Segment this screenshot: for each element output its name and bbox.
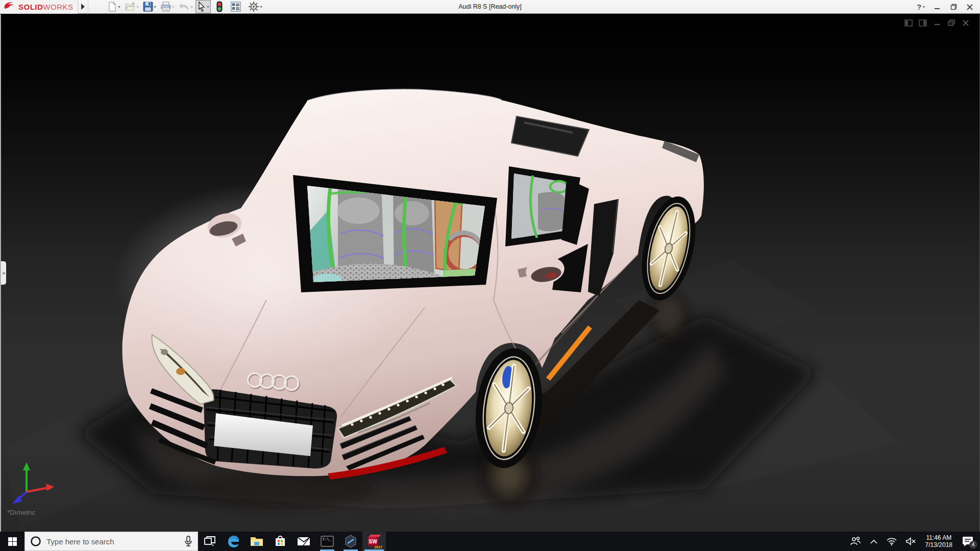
edge-icon bbox=[227, 535, 240, 548]
graphics-viewport[interactable]: *Dimetric bbox=[0, 14, 980, 532]
new-document-button[interactable]: ▾ bbox=[106, 0, 122, 13]
system-tray: 11:46 AM 7/13/2018 4 bbox=[845, 532, 980, 551]
undo-button[interactable]: ▾ bbox=[177, 1, 194, 13]
menu-flyout-arrow[interactable] bbox=[78, 0, 88, 14]
save-caret[interactable]: ▾ bbox=[154, 5, 156, 9]
open-button[interactable]: ▾ bbox=[123, 0, 140, 13]
hexagon-app-icon bbox=[344, 535, 357, 548]
select-tool-button[interactable]: ▾ bbox=[195, 0, 211, 13]
search-input[interactable] bbox=[46, 537, 179, 546]
3d-model-audi-r8 bbox=[1, 14, 980, 532]
close-button[interactable] bbox=[963, 1, 977, 13]
command-prompt-button[interactable]: C:\_ bbox=[315, 532, 339, 551]
select-tool-caret[interactable]: ▾ bbox=[207, 5, 209, 9]
print-button[interactable]: ▾ bbox=[159, 0, 176, 13]
help-button[interactable]: ?▾ bbox=[914, 1, 928, 13]
command-prompt-icon: C:\_ bbox=[321, 536, 334, 547]
wifi-icon bbox=[887, 537, 897, 545]
task-view-icon bbox=[204, 536, 215, 546]
clock-time: 11:46 AM bbox=[925, 534, 952, 541]
file-explorer-button[interactable] bbox=[245, 532, 268, 551]
windows-logo-icon bbox=[8, 537, 17, 546]
network-button[interactable] bbox=[882, 532, 901, 551]
mail-button[interactable] bbox=[292, 532, 315, 551]
windows-taskbar: C:\_ SW 2017 bbox=[0, 532, 980, 551]
start-button[interactable] bbox=[0, 532, 24, 551]
store-button[interactable] bbox=[268, 532, 292, 551]
save-button[interactable]: ▾ bbox=[141, 0, 158, 13]
properties-button[interactable] bbox=[229, 0, 242, 13]
pane-left-icon[interactable] bbox=[904, 18, 913, 28]
doc-minimize-icon[interactable] bbox=[933, 18, 942, 28]
reference-triad bbox=[9, 458, 58, 505]
microphone-icon[interactable] bbox=[184, 536, 192, 547]
hidden-icons-button[interactable] bbox=[866, 532, 882, 551]
people-icon bbox=[850, 537, 861, 546]
edge-button[interactable] bbox=[222, 532, 245, 551]
display-states-button[interactable] bbox=[215, 0, 224, 14]
notification-count-badge: 4 bbox=[969, 541, 977, 548]
clock-date: 7/13/2018 bbox=[925, 541, 952, 548]
doc-restore-icon[interactable] bbox=[947, 18, 956, 28]
mail-icon bbox=[297, 536, 310, 546]
task-view-button[interactable] bbox=[198, 532, 222, 551]
solidworks-logo: SOLIDWORKS bbox=[0, 0, 78, 14]
people-button[interactable] bbox=[845, 532, 866, 551]
speaker-muted-icon bbox=[906, 537, 916, 545]
store-icon bbox=[274, 535, 286, 547]
new-document-caret[interactable]: ▾ bbox=[118, 5, 120, 9]
file-explorer-icon bbox=[250, 536, 263, 547]
undo-caret[interactable]: ▾ bbox=[191, 5, 193, 9]
volume-button[interactable] bbox=[901, 532, 921, 551]
solidworks-2017-icon: SW 2017 bbox=[368, 535, 381, 548]
svg-text:C:\_: C:\_ bbox=[323, 537, 332, 541]
doc-close-icon[interactable] bbox=[961, 18, 970, 28]
action-center-button[interactable]: 4 bbox=[957, 532, 980, 551]
chevron-up-icon bbox=[870, 539, 877, 544]
print-caret[interactable]: ▾ bbox=[173, 5, 175, 9]
feature-tree-splitter-tab[interactable] bbox=[1, 261, 6, 285]
minimize-button[interactable] bbox=[930, 1, 944, 13]
cortana-icon bbox=[30, 536, 41, 547]
document-window-controls bbox=[904, 18, 970, 28]
taskbar-search[interactable] bbox=[24, 532, 198, 551]
options-caret[interactable]: ▾ bbox=[260, 5, 262, 9]
solidworks-taskbar-button[interactable]: SW 2017 bbox=[362, 532, 386, 551]
taskbar-clock[interactable]: 11:46 AM 7/13/2018 bbox=[921, 534, 957, 548]
standard-toolbar: ▾ ▾ ▾ ▾ ▾ ▾ bbox=[106, 0, 264, 14]
solidworks-logo-mark bbox=[3, 1, 16, 13]
solidworks-logo-text: SOLIDWORKS bbox=[18, 3, 74, 11]
open-caret[interactable]: ▾ bbox=[137, 5, 139, 9]
pane-right-icon[interactable] bbox=[918, 18, 927, 28]
hexagon-app-button[interactable] bbox=[339, 532, 362, 551]
view-orientation-label: *Dimetric bbox=[7, 509, 35, 516]
restore-button[interactable] bbox=[946, 1, 961, 13]
options-button[interactable]: ▾ bbox=[247, 0, 264, 14]
title-bar: SOLIDWORKS ▾ ▾ ▾ ▾ ▾ ▾ bbox=[0, 0, 980, 14]
